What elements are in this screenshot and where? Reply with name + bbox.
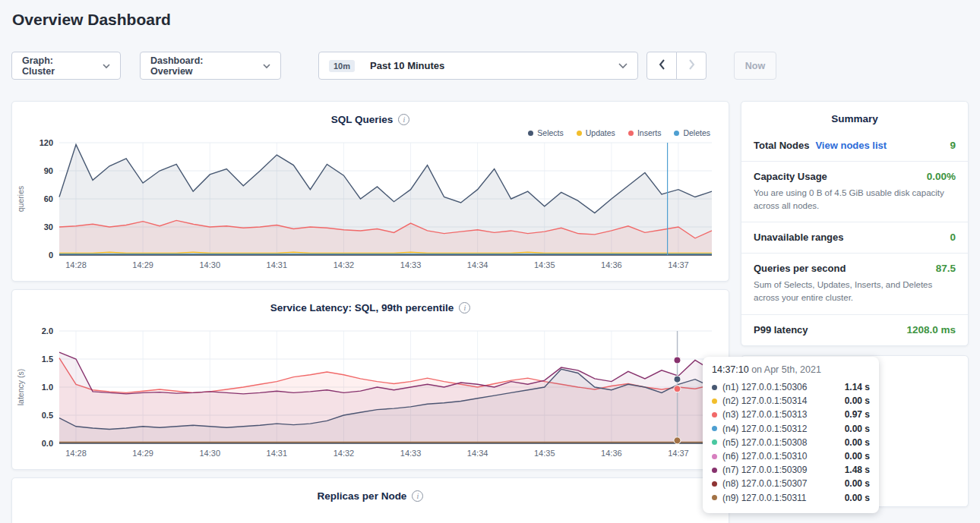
chevron-down-icon [263,61,270,71]
svg-text:latency (s): latency (s) [16,369,25,405]
chart-title: Replicas per Node [318,490,407,502]
node-address: (n2) 127.0.0.1:50314 [722,395,839,406]
sql-queries-panel: SQL Queries i SelectsUpdatesInsertsDelet… [11,101,729,282]
node-latency-value: 0.00 s [845,478,870,489]
info-icon[interactable]: i [398,114,409,125]
node-address: (n9) 127.0.0.1:50311 [722,493,839,503]
summary-label: Total Nodes [754,140,809,151]
time-prev-button[interactable] [646,52,677,80]
charts-column: SQL Queries i SelectsUpdatesInsertsDelet… [11,101,729,523]
node-color-dot [712,412,717,417]
tooltip-node-row: (n8) 127.0.0.1:503070.00 s [712,477,870,490]
latency-tooltip: 14:37:10 on Apr 5th, 2021 (n1) 127.0.0.1… [703,357,879,513]
svg-text:14:36: 14:36 [601,449,622,458]
svg-text:14:30: 14:30 [199,260,220,269]
svg-text:1.0: 1.0 [42,383,53,392]
service-latency-canvas[interactable]: 14:2814:2914:3014:3114:3214:3314:3414:35… [12,326,729,463]
legend-item-selects: Selects [528,128,563,138]
legend-dot [577,131,582,136]
time-next-button[interactable] [676,52,707,80]
service-latency-panel: Service Latency: SQL, 99th percentile i … [11,289,729,470]
svg-text:2.0: 2.0 [42,326,53,336]
node-address: (n3) 127.0.0.1:50313 [722,409,839,420]
tooltip-rows: (n1) 127.0.0.1:503061.14 s(n2) 127.0.0.1… [712,380,870,505]
overview-dashboard-page: Overview Dashboard Graph: Cluster Dashbo… [0,0,980,523]
svg-text:14:29: 14:29 [132,449,153,458]
page-title: Overview Dashboard [12,11,171,29]
svg-text:14:28: 14:28 [65,260,87,269]
node-color-dot [712,440,717,445]
chart-title: SQL Queries [331,114,394,125]
svg-text:90: 90 [44,166,53,175]
legend-item-deletes: Deletes [674,128,710,138]
info-icon[interactable]: i [459,302,470,313]
summary-label: Queries per second [754,263,846,274]
svg-text:14:37: 14:37 [668,260,689,269]
svg-text:14:35: 14:35 [534,260,555,269]
legend-item-inserts: Inserts [628,128,662,138]
summary-queries-per-second: Queries per second 87.5 Sum of Selects, … [741,253,968,313]
node-latency-value: 0.00 s [845,493,870,503]
graph-dropdown[interactable]: Graph: Cluster [11,52,121,80]
replicas-panel: Replicas per Node i [11,477,729,523]
tooltip-date: on Apr 5th, 2021 [749,364,821,375]
tooltip-node-row: (n3) 127.0.0.1:503130.97 s [712,408,870,421]
time-range-selector[interactable]: 10m Past 10 Minutes [318,52,638,80]
summary-value: 0 [950,232,956,243]
tooltip-node-row: (n1) 127.0.0.1:503061.14 s [712,380,870,394]
svg-text:14:34: 14:34 [467,260,488,269]
tooltip-node-row: (n2) 127.0.0.1:503140.00 s [712,394,870,408]
summary-total-nodes: Total Nodes View nodes list 9 [741,131,968,161]
svg-text:14:28: 14:28 [65,449,87,458]
node-latency-value: 1.48 s [845,465,870,475]
svg-text:14:37: 14:37 [668,449,689,458]
tooltip-node-row: (n9) 127.0.0.1:503110.00 s [712,491,870,505]
svg-text:0.0: 0.0 [42,439,53,448]
node-address: (n8) 127.0.0.1:50307 [722,478,839,489]
legend-dot [674,131,679,136]
summary-value: 87.5 [936,263,956,274]
svg-text:14:29: 14:29 [132,260,153,269]
summary-desc: You are using 0 B of 4.5 GiB usable disk… [754,187,956,212]
svg-text:14:30: 14:30 [199,449,220,458]
sql-queries-canvas[interactable]: 14:2814:2914:3014:3114:3214:3314:3414:35… [12,138,729,275]
legend-dot [628,131,634,136]
summary-value: 9 [950,140,956,151]
summary-label: Unavailable ranges [754,232,844,243]
service-latency-chart[interactable]: 14:2814:2914:3014:3114:3214:3314:3414:35… [12,326,729,466]
legend-item-updates: Updates [577,128,615,138]
dashboard-dropdown[interactable]: Dashboard: Overview [140,52,281,80]
chevron-left-icon [659,59,665,73]
summary-title: Summary [741,102,968,131]
svg-text:14:34: 14:34 [467,449,488,458]
node-latency-value: 0.00 s [845,451,870,462]
node-color-dot [712,495,717,500]
node-latency-value: 0.00 s [845,395,870,406]
svg-text:14:32: 14:32 [334,260,355,269]
dashboard-controls: Graph: Cluster Dashboard: Overview 10m P… [11,52,776,80]
node-color-dot [712,468,717,473]
node-color-dot [712,385,717,390]
time-nav-group [646,52,707,80]
now-button[interactable]: Now [734,52,776,80]
node-color-dot [712,454,717,459]
sql-queries-chart[interactable]: 14:2814:2914:3014:3114:3214:3314:3414:35… [12,138,729,278]
node-color-dot [712,481,717,487]
svg-text:120: 120 [40,138,53,147]
svg-text:14:33: 14:33 [400,260,422,269]
node-address: (n5) 127.0.0.1:50308 [722,437,839,448]
node-address: (n6) 127.0.0.1:50310 [722,451,839,462]
tooltip-timestamp: 14:37:10 on Apr 5th, 2021 [712,364,870,375]
info-icon[interactable]: i [412,490,423,502]
node-address: (n4) 127.0.0.1:50312 [722,424,839,434]
node-color-dot [712,399,717,404]
svg-text:14:35: 14:35 [534,449,555,458]
summary-unavailable-ranges: Unavailable ranges 0 [741,222,968,253]
node-address: (n1) 127.0.0.1:50306 [722,382,839,392]
dashboard-dropdown-label: Dashboard: Overview [150,55,248,77]
view-nodes-list-link[interactable]: View nodes list [815,140,887,151]
svg-text:14:33: 14:33 [400,449,422,458]
summary-panel: Summary Total Nodes View nodes list 9 Ca… [741,101,969,346]
chevron-down-icon [618,61,628,71]
node-latency-value: 0.00 s [845,424,870,434]
